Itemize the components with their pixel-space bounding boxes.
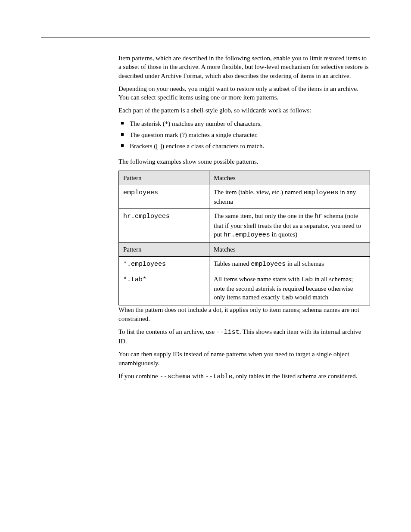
match-text: All items whose name starts with <box>214 276 301 283</box>
list-item: The question mark (?) matches a single c… <box>118 131 370 139</box>
bullet-square-icon <box>121 122 124 124</box>
match-cell: All items whose name starts with tab in … <box>209 272 370 305</box>
match-cell: Tables named employees in all schemas <box>209 257 370 272</box>
table-row: *.employees Tables named employees in al… <box>119 257 370 272</box>
bullet-text: The question mark (?) matches a single c… <box>130 131 258 138</box>
code-text: employees <box>123 189 158 196</box>
body-text: Item patterns, which are described in th… <box>118 54 370 381</box>
match-text: in all schemas <box>286 260 324 267</box>
table-row: employees The item (table, view, etc.) n… <box>119 185 370 209</box>
table-row: hr.employees The same item, but only the… <box>119 209 370 243</box>
table-header-matches: Matches <box>209 171 370 185</box>
after-table-paragraph-3: You can then supply IDs instead of name … <box>118 350 370 367</box>
after-text: with <box>190 373 205 380</box>
match-text: in quotes) <box>270 231 297 238</box>
bullet-text: The asterisk (*) matches any number of c… <box>130 120 262 127</box>
pattern-cell: *.tab* <box>119 272 209 305</box>
code-text: tab <box>301 276 313 283</box>
table-header-pattern: Pattern <box>119 243 209 257</box>
code-text: hr <box>314 213 322 220</box>
pattern-cell: hr.employees <box>119 209 209 243</box>
after-text: , only tables in the listed schema are c… <box>233 373 358 380</box>
pattern-examples-table: Pattern Matches employees The item (tabl… <box>118 171 370 306</box>
intro-paragraph-1: Item patterns, which are described in th… <box>118 54 370 80</box>
after-text: If you combine <box>118 373 159 380</box>
list-item: The asterisk (*) matches any number of c… <box>118 119 370 128</box>
code-text: *.employees <box>123 261 166 268</box>
table-row: *.tab* All items whose name starts with … <box>119 272 370 305</box>
bullet-square-icon <box>121 144 124 147</box>
table-header-pattern: Pattern <box>119 171 209 185</box>
table-header-matches: Matches <box>209 243 370 257</box>
intro-paragraph-3: Each part of the pattern is a shell-styl… <box>118 106 370 115</box>
pattern-cell: employees <box>119 185 209 209</box>
after-text: To list the contents of an archive, use <box>118 328 216 335</box>
intro-paragraph-2: Depending on your needs, you might want … <box>118 84 370 102</box>
match-text: The item (table, view, etc.) named <box>214 189 304 196</box>
list-item: Brackets ([ ]) enclose a class of charac… <box>118 142 370 150</box>
match-cell: The item (table, view, etc.) named emplo… <box>209 185 370 209</box>
code-text: --table <box>206 373 233 380</box>
match-text: Tables named <box>214 260 251 267</box>
match-cell: The same item, but only the one in the h… <box>209 209 370 243</box>
table-header-row: Pattern Matches <box>119 243 370 257</box>
after-table-paragraph-2: To list the contents of an archive, use … <box>118 327 370 346</box>
header-rule <box>41 37 370 37</box>
table-header-row: Pattern Matches <box>119 171 370 185</box>
bullet-text: Brackets ([ ]) enclose a class of charac… <box>130 143 264 149</box>
code-text: employees <box>303 189 338 196</box>
pre-table-paragraph: The following examples show some possibl… <box>118 157 370 166</box>
code-text: hr.employees <box>123 213 170 220</box>
match-text: The same item, but only the one in the <box>214 212 314 219</box>
code-text: employees <box>251 261 286 268</box>
after-table-paragraph-4: If you combine --schema with --table, on… <box>118 372 370 381</box>
bullet-square-icon <box>121 133 124 136</box>
code-text: tab <box>281 294 293 302</box>
wildcard-bullet-list: The asterisk (*) matches any number of c… <box>118 119 370 151</box>
code-text: hr.employees <box>224 231 270 239</box>
code-text: --schema <box>159 373 190 380</box>
match-text: would match <box>293 294 328 301</box>
code-text: *.tab* <box>123 276 146 283</box>
code-text: --list <box>216 329 240 336</box>
after-table-paragraph-1: When the pattern does not include a dot,… <box>118 305 370 323</box>
pattern-cell: *.employees <box>119 257 209 272</box>
